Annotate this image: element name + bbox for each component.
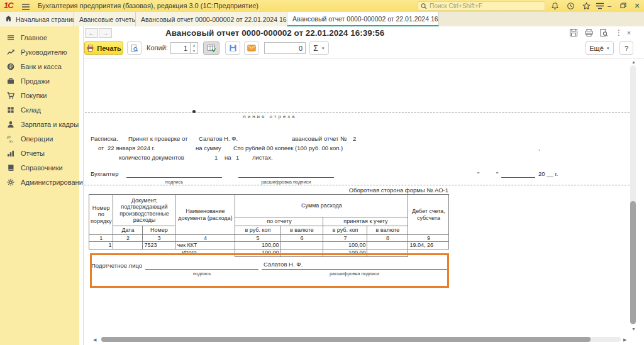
receipt-from-label: от: [98, 145, 104, 151]
expense-row[interactable]: 1 7523 чек ККТ 100,00 100,00 19.04, 26: [89, 242, 449, 249]
col-header-date: Дата: [113, 226, 143, 235]
signature-decode-caption: расшифровка подписи: [238, 179, 334, 185]
vertical-scrollbar-thumb[interactable]: [630, 201, 636, 324]
print-icon[interactable]: [583, 28, 594, 38]
receipt-title: Расписка.: [91, 135, 118, 142]
table-settings-icon: [207, 44, 216, 52]
nav-forward-button[interactable]: →: [99, 28, 112, 38]
receipt-person-name: Салатов Н. Ф.: [199, 135, 238, 142]
dropdown-arrow-icon: ▼: [321, 47, 325, 50]
preview-icon[interactable]: [598, 28, 609, 38]
sidebar-item-manager[interactable]: Руководителю: [0, 45, 79, 59]
date-line: [501, 170, 535, 178]
notifications-bell-icon[interactable]: [550, 1, 560, 11]
scroll-up-icon[interactable]: ▲: [631, 60, 636, 64]
col-header-doc-number: Номер: [143, 226, 175, 235]
debit-credit-icon: ДтКт: [6, 134, 15, 143]
svg-text:Дт: Дт: [7, 135, 11, 139]
search-placeholder: Поиск Ctrl+Shift+F: [430, 3, 482, 9]
print-preview-button[interactable]: [127, 41, 142, 55]
column-numbers-row: 12 34 56 78 9: [89, 235, 449, 242]
sidebar-item-sales[interactable]: Продажи: [0, 74, 79, 88]
favorites-star-icon[interactable]: [581, 1, 591, 11]
ruble-coin-icon: [6, 62, 15, 71]
save-icon[interactable]: [568, 28, 579, 38]
history-icon[interactable]: [565, 1, 575, 11]
receipt-sheets-count: 1: [236, 154, 239, 161]
cut-line: [85, 112, 636, 112]
sidebar-item-administration[interactable]: Администрирование: [0, 175, 79, 189]
printer-icon: [86, 45, 94, 52]
sidebar-item-purchases[interactable]: Покупки: [0, 88, 79, 102]
tab-label: Авансовый отчет 0000-000002 от 22.01.202…: [141, 16, 287, 23]
cart-icon: [6, 91, 15, 100]
col-header-number: Номер по порядку: [89, 195, 113, 235]
search-icon: [421, 1, 427, 12]
reverse-side-label: Оборотная сторона формы № АО-1: [323, 187, 448, 194]
spin-down-icon: ▼: [191, 48, 197, 54]
col-header-cur1: в валюте: [280, 226, 323, 235]
sidebar-item-main[interactable]: Главное: [0, 30, 79, 45]
save-file-button[interactable]: [225, 41, 240, 55]
main-section-icon: [6, 33, 15, 42]
help-button[interactable]: ?: [619, 41, 633, 55]
tab-advance-report-1[interactable]: Авансовый отчет 0000-000002 от 22.01.202…: [136, 12, 287, 26]
restore-button[interactable]: [618, 0, 629, 11]
gear-icon: [6, 178, 15, 187]
sum-button[interactable]: Σ ▼: [309, 41, 329, 55]
tab-advance-report-2-active[interactable]: Авансовый отчет 0000-000002 от 22.01.202…: [287, 12, 439, 26]
more-button[interactable]: Ещё ▼: [586, 41, 614, 55]
person-icon: [6, 120, 15, 129]
book-icon: [6, 163, 15, 172]
close-window-button[interactable]: ✕: [631, 0, 643, 11]
sidebar-item-reports[interactable]: Отчеты: [0, 146, 79, 160]
accountant-label: Бухгалтер: [91, 170, 118, 177]
cut-line-label: линия отреза: [243, 114, 296, 119]
sidebar-item-directories[interactable]: Справочники: [0, 160, 79, 175]
receipt-report-no-label: авансовый отчет №: [292, 135, 347, 142]
sum-value-field[interactable]: 0: [264, 42, 306, 54]
global-search-input[interactable]: Поиск Ctrl+Shift+F: [418, 1, 545, 11]
col-header-cur2: в валюте: [367, 226, 408, 235]
scroll-right-icon[interactable]: ▶: [623, 337, 626, 342]
accountant-signature-line: [126, 170, 222, 178]
sidebar-item-payroll-hr[interactable]: Зарплата и кадры: [0, 117, 79, 131]
year-label: 20 __ г.: [538, 170, 558, 177]
sidebar-item-bank-cash[interactable]: Банк и касса: [0, 59, 79, 74]
document-pane: ← → Авансовый отчет 0000-000002 от 22.01…: [83, 26, 644, 345]
receipt-sum-words: Сто рублей 00 копеек (100 руб. 00 коп.): [233, 145, 343, 151]
close-document-icon[interactable]: ×: [623, 28, 635, 38]
copies-spinner[interactable]: ▲▼: [191, 42, 198, 54]
1c-logo: 1С: [4, 1, 13, 10]
col-header-rub2: в руб. коп: [323, 226, 367, 235]
sidebar-item-operations[interactable]: ДтКт Операции: [0, 131, 79, 146]
sidebar-item-warehouse[interactable]: Склад: [0, 102, 79, 117]
copies-input[interactable]: 1: [170, 42, 191, 54]
tab-advance-reports-list[interactable]: Авансовые отчеты ×: [74, 12, 136, 26]
print-button[interactable]: Печать: [84, 41, 123, 55]
page-setup-button[interactable]: [203, 41, 219, 55]
minimize-button[interactable]: –: [604, 0, 615, 11]
cut-line-dot: [192, 110, 196, 113]
receipt-on-label: на: [225, 154, 231, 161]
preview-page-icon: [130, 44, 138, 52]
date-quote-close: ": [496, 170, 498, 177]
col-header-rub1: в руб. коп: [235, 226, 280, 235]
tab-bar: Начальная страница Авансовые отчеты × Ав…: [0, 12, 644, 26]
col-header-doc-name: Наименование документа (расхода): [175, 195, 235, 235]
scroll-down-icon[interactable]: ▼: [631, 327, 636, 331]
tab-label: Начальная страница: [16, 16, 74, 23]
tab-label: Авансовые отчеты: [79, 16, 136, 23]
col-header-accepted: принятая к учету: [323, 217, 408, 226]
receipt-docs-count: 1: [214, 154, 218, 161]
scroll-left-icon[interactable]: ◀: [93, 337, 96, 342]
horizontal-scrollbar-thumb[interactable]: [101, 337, 591, 342]
date-quote-open: ": [477, 170, 479, 177]
send-email-button[interactable]: [244, 41, 259, 55]
nav-back-button[interactable]: ←: [85, 28, 98, 38]
section-sidebar: Главное Руководителю Банк и касса Продаж…: [0, 26, 79, 345]
col-header-doc-group: Документ, подтверждающий производственны…: [113, 195, 175, 226]
receipt-date: 22 января 2024 г.: [108, 145, 155, 151]
titlebar: 1С Бухгалтерия предприятия (базовая), ре…: [0, 0, 644, 12]
tab-home[interactable]: Начальная страница: [0, 12, 74, 26]
